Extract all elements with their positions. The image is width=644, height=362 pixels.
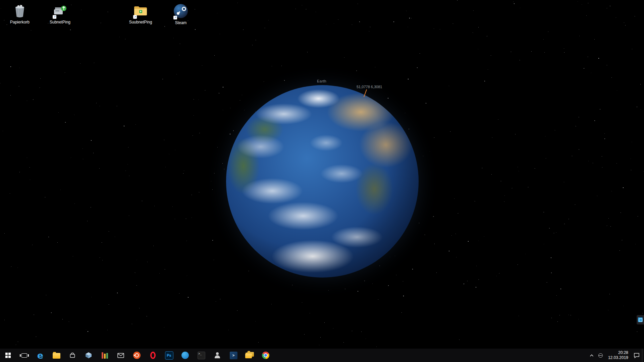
taskbar-item-cmd[interactable]: >_ [193,349,209,362]
windows-logo-icon [5,353,11,358]
ubuntu-icon [133,352,141,359]
folder-icon [132,3,149,19]
desktop-icon-suubnetping-folder[interactable]: SuubnetPing [124,3,157,24]
taskbar-item-powershell[interactable]: > [225,349,241,362]
taskbar-item-people[interactable] [209,349,225,362]
recycle-bin-icon [12,3,28,19]
taskbar-item-chrome[interactable] [258,349,274,362]
steam-icon [173,4,189,20]
opera-icon [150,352,156,359]
blue-circle-app-icon [181,352,189,359]
folder-window-icon [245,352,254,359]
action-center-button[interactable] [631,349,642,362]
chrome-icon [262,352,269,359]
show-desktop-button[interactable] [642,349,644,362]
3d-builder-icon [85,352,92,359]
tray-network-button[interactable] [596,349,605,362]
marker-coordinates: 51,0778 6,3081 [357,85,382,89]
file-explorer-icon [53,353,60,359]
mail-icon [117,353,124,358]
network-globe-icon [598,353,603,358]
desktop-icon-label: SuubnetPing [124,20,157,24]
desktop-icon-steam[interactable]: Steam [165,3,197,25]
taskbar-item-photoshop[interactable]: Ps [161,349,177,362]
earth-label: Earth [305,79,338,83]
taskbar-item-store[interactable] [64,349,80,362]
taskbar-item-opera[interactable] [145,349,161,362]
task-view-icon [21,353,27,358]
panel-toggle-icon [638,317,643,322]
desktop-icon-label: SubnetPing [44,20,76,24]
desktop-icon-label: Steam [165,21,197,25]
taskbar: e Ps >_ [0,349,644,362]
cmd-icon: >_ [198,352,205,359]
start-button[interactable] [0,349,16,362]
hidden-icons-button[interactable] [587,349,596,362]
edge-icon: e [37,351,43,360]
taskbar-item-library[interactable] [97,349,113,362]
shortcut-arrow-icon [53,15,56,19]
clock-date: 12.03.2019 [608,355,628,360]
powershell-icon: > [230,352,237,359]
task-view-button[interactable] [16,349,32,362]
store-icon [69,352,75,358]
taskbar-item-folder-window[interactable] [241,349,258,362]
people-icon [214,352,221,359]
desktop-icon-recycle-bin[interactable]: Papierkorb [4,3,36,24]
earth-globe [226,85,419,278]
clock-time: 20:28 [618,350,628,355]
shortcut-arrow-icon [133,15,137,19]
photoshop-icon: Ps [165,351,173,360]
system-tray: 20:28 12.03.2019 [587,349,644,362]
chevron-up-icon [590,354,594,357]
taskbar-item-blue-app[interactable] [177,349,193,362]
shortcut-arrow-icon [173,16,177,19]
taskbar-item-3d-builder[interactable] [80,349,97,362]
action-center-icon [634,353,640,358]
taskbar-item-edge[interactable]: e [32,349,48,362]
taskbar-clock[interactable]: 20:28 12.03.2019 [605,349,631,362]
taskbar-item-file-explorer[interactable] [48,349,64,362]
desktop-icon-label: Papierkorb [4,20,36,24]
desktop-icon-subnetping[interactable]: SubnetPing [44,3,76,24]
side-panel-handle[interactable] [637,315,644,324]
taskbar-item-mail[interactable] [113,349,129,362]
subnetping-icon [52,3,68,19]
taskbar-item-ubuntu[interactable] [129,349,145,362]
library-icon [102,352,108,359]
